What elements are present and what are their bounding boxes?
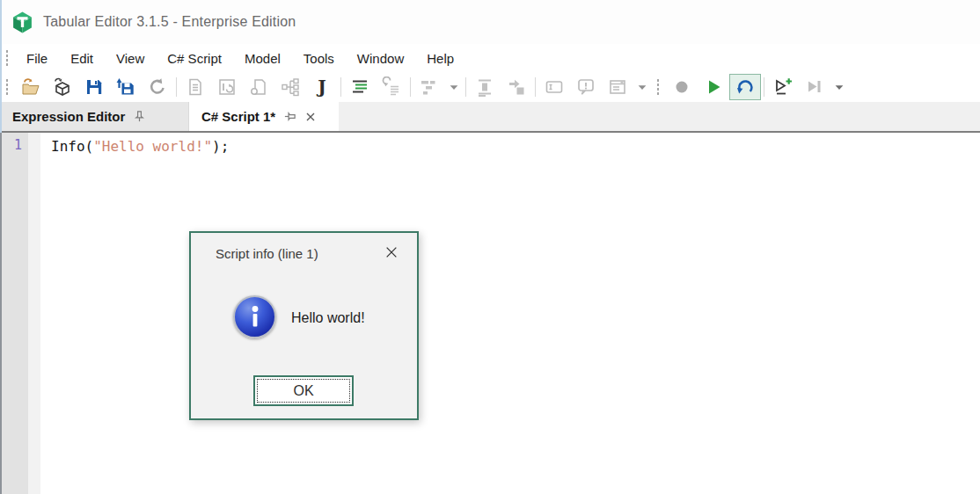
- output-window-icon: [607, 76, 628, 98]
- run-new-icon: [772, 76, 794, 98]
- info-glyph: [248, 304, 262, 331]
- toolbar-separator: [340, 77, 341, 97]
- document-icon: [185, 76, 206, 98]
- code-token: Info(: [51, 138, 93, 155]
- toolbar-separator: [764, 77, 764, 97]
- pin-tab-button[interactable]: [133, 110, 146, 123]
- format-document-icon: [349, 76, 370, 98]
- save-button[interactable]: [78, 74, 110, 100]
- toolbar-grip[interactable]: [5, 78, 9, 96]
- code-area[interactable]: Info("Hello world!");: [40, 133, 980, 494]
- output-window-button[interactable]: [602, 74, 633, 100]
- dialog-close-button[interactable]: [384, 244, 399, 260]
- menu-help[interactable]: Help: [415, 51, 465, 66]
- line-number-gutter: 1: [2, 133, 28, 494]
- selection-box-button[interactable]: [538, 74, 570, 100]
- open-model-icon: [52, 76, 73, 98]
- tab-expression-editor[interactable]: Expression Editor: [0, 102, 189, 131]
- run-icon: [703, 76, 724, 98]
- insert-column-icon: [474, 76, 495, 98]
- tab-strip: Expression Editor C# Script 1*: [0, 102, 980, 133]
- run-button[interactable]: [698, 74, 729, 100]
- string-token: "Hello world!": [93, 138, 212, 155]
- main-toolbar: J: [0, 72, 980, 102]
- close-tab-button[interactable]: [304, 111, 317, 123]
- csharp-script-icon: J: [311, 76, 333, 98]
- undo-last-button[interactable]: [729, 74, 761, 100]
- save-icon: [84, 76, 105, 98]
- close-icon: [384, 245, 399, 259]
- open-model-button[interactable]: [47, 74, 78, 100]
- menu-edit[interactable]: Edit: [59, 51, 105, 66]
- menu-window[interactable]: Window: [346, 51, 415, 66]
- code-token: );: [212, 138, 229, 155]
- selection-box-icon: [544, 76, 565, 98]
- menu-tools[interactable]: Tools: [292, 51, 346, 66]
- toolbar-separator: [410, 77, 411, 97]
- toolbar-grip[interactable]: [656, 78, 660, 96]
- run-to-end-icon: [804, 76, 825, 98]
- script-window-button[interactable]: [211, 74, 243, 100]
- refresh-button[interactable]: [142, 74, 173, 100]
- code-editor[interactable]: 1 Info("Hello world!");: [0, 133, 980, 494]
- tab-label: C# Script 1*: [201, 109, 275, 124]
- document-button[interactable]: [179, 74, 211, 100]
- layout-blocks-icon: [419, 76, 440, 98]
- layout-dropdown-button[interactable]: [445, 74, 463, 100]
- format-document-button[interactable]: [344, 74, 376, 100]
- close-icon: [304, 111, 317, 123]
- tab-csharp-script-1[interactable]: C# Script 1*: [189, 102, 339, 131]
- toolbar-separator: [465, 77, 466, 97]
- open-file-icon: [20, 76, 41, 98]
- hierarchy-button[interactable]: [274, 74, 306, 100]
- output-dropdown-button[interactable]: [633, 74, 651, 100]
- dropdown-icon: [448, 81, 460, 93]
- line-number: 1: [2, 137, 22, 153]
- save-all-button[interactable]: [110, 74, 142, 100]
- format-undo-icon: [381, 76, 402, 98]
- code-line: Info("Hello world!");: [51, 137, 980, 156]
- message-bubble-icon: [575, 76, 596, 98]
- save-all-icon: [115, 76, 136, 98]
- goto-icon: [506, 76, 527, 98]
- app-logo-icon: [11, 11, 34, 34]
- record-icon: [671, 76, 692, 98]
- dialog-message: Hello world!: [291, 310, 365, 326]
- pinned-icon: [283, 110, 296, 123]
- copy-page-button[interactable]: [243, 74, 274, 100]
- format-undo-button[interactable]: [376, 74, 407, 100]
- toolbar-separator: [176, 77, 177, 97]
- insert-column-button[interactable]: [469, 74, 501, 100]
- csharp-script-button[interactable]: J: [306, 74, 338, 100]
- goto-button[interactable]: [501, 74, 532, 100]
- pin-icon: [133, 110, 146, 123]
- ok-button[interactable]: OK: [253, 375, 354, 406]
- tab-label: Expression Editor: [12, 109, 125, 124]
- editor-margin: [28, 133, 40, 494]
- pinned-tab-button[interactable]: [283, 110, 296, 123]
- refresh-icon: [147, 76, 168, 98]
- dropdown-icon: [833, 81, 845, 93]
- hierarchy-icon: [280, 76, 301, 98]
- run-dropdown-button[interactable]: [830, 74, 848, 100]
- script-window-icon: [216, 76, 238, 98]
- menu-file[interactable]: File: [15, 51, 59, 66]
- undo-last-icon: [735, 76, 756, 98]
- layout-blocks-button[interactable]: [413, 74, 445, 100]
- svg-text:J: J: [316, 76, 325, 98]
- message-bubble-button[interactable]: [570, 74, 602, 100]
- toolbar-separator: [535, 77, 536, 97]
- menubar-grip[interactable]: [5, 49, 9, 67]
- info-icon: [233, 295, 276, 338]
- menu-view[interactable]: View: [105, 51, 156, 66]
- menu-model[interactable]: Model: [233, 51, 292, 66]
- script-info-dialog: Script info (line 1) Hello world! OK: [189, 231, 419, 420]
- run-to-end-button[interactable]: [799, 74, 830, 100]
- record-button[interactable]: [666, 74, 698, 100]
- menu-csharp-script[interactable]: C# Script: [156, 51, 233, 66]
- dialog-title: Script info (line 1): [216, 246, 318, 261]
- dropdown-icon: [636, 81, 648, 93]
- open-file-button[interactable]: [15, 74, 47, 100]
- window-title: Tabular Editor 3.1.5 - Enterprise Editio…: [43, 14, 296, 30]
- run-new-button[interactable]: [767, 74, 799, 100]
